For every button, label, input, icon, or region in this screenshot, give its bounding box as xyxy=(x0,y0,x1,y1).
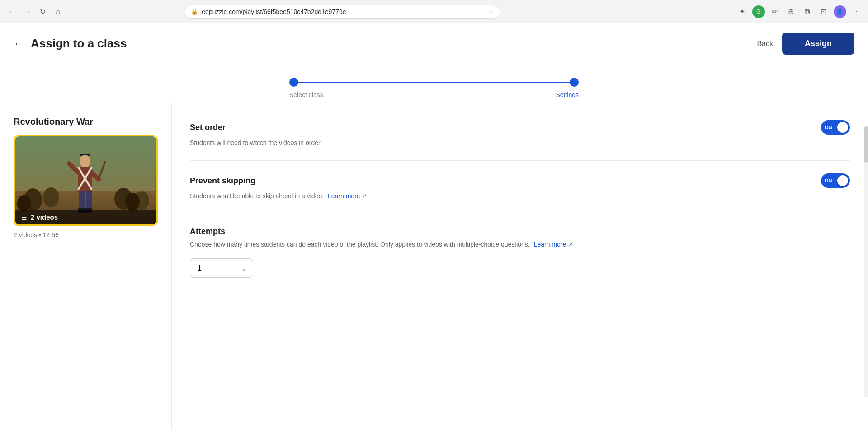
video-count: 2 videos xyxy=(31,213,58,221)
video-thumbnail: ☰ 2 videos xyxy=(15,136,156,224)
prevent-skipping-text: Students won't be able to skip ahead in … xyxy=(190,192,324,200)
browser-actions: ✦ G ✏ ⊕ ⧉ ⊡ 👤 ⋮ xyxy=(736,5,863,18)
page-header: ← Assign to a class Back Assign xyxy=(0,23,868,64)
address-bar[interactable]: 🔒 edpuzzle.com/playlist/66f5bee510c47b2d… xyxy=(184,5,500,19)
attempts-section: Attempts Choose how many times students … xyxy=(190,214,850,290)
prevent-skipping-toggle-label: ON xyxy=(825,178,832,183)
set-order-title: Set order xyxy=(190,123,226,132)
steps-track xyxy=(289,78,579,87)
attempts-learn-more[interactable]: Learn more ↗ xyxy=(534,241,573,248)
extensions-icon[interactable]: ✦ xyxy=(736,5,749,18)
nav-buttons: ← → ↻ ⌂ xyxy=(5,5,64,18)
set-order-toggle-track: ON xyxy=(821,120,850,135)
video-thumbnail-wrapper: ☰ 2 videos xyxy=(14,135,158,226)
set-order-header: Set order ON xyxy=(190,120,850,135)
header-left: ← Assign to a class xyxy=(14,37,127,51)
back-arrow-button[interactable]: ← xyxy=(14,38,24,50)
prevent-skipping-learn-more[interactable]: Learn more ↗ xyxy=(328,192,367,200)
star-icon: ☆ xyxy=(488,8,494,15)
prevent-skipping-toggle-track: ON xyxy=(821,173,850,188)
profile-icon[interactable]: G xyxy=(752,5,765,18)
back-arrow-icon: ← xyxy=(14,38,24,50)
attempts-description: Choose how many times students can do ea… xyxy=(190,240,850,249)
back-nav-icon: ← xyxy=(8,8,15,16)
step-1-label: Select class xyxy=(289,91,323,98)
attempts-title: Attempts xyxy=(190,227,850,236)
set-order-toggle-thumb xyxy=(837,122,848,133)
step-2-dot xyxy=(570,78,579,87)
page-title: Assign to a class xyxy=(31,37,127,51)
scrollbar-track[interactable] xyxy=(864,126,868,397)
set-order-toggle[interactable]: ON xyxy=(821,120,850,135)
svg-point-9 xyxy=(80,155,90,168)
lock-icon: 🔒 xyxy=(191,8,198,15)
left-sidebar: Revolutionary War xyxy=(0,103,172,430)
step-1-dot xyxy=(289,78,298,87)
prevent-skipping-toggle-thumb xyxy=(837,175,848,186)
playlist-meta: 2 videos • 12:56 xyxy=(14,231,158,238)
steps-labels: Select class Settings xyxy=(289,91,579,98)
learn-more-text-1: Learn more xyxy=(328,192,360,200)
svg-point-6 xyxy=(17,195,31,211)
learn-more-text-2: Learn more xyxy=(534,241,566,248)
right-content: Set order ON Students will need to watch… xyxy=(172,103,868,430)
refresh-icon: ↻ xyxy=(40,7,46,16)
back-button[interactable]: Back xyxy=(757,40,773,48)
header-right: Back Assign xyxy=(757,33,854,55)
refresh-button[interactable]: ↻ xyxy=(36,5,49,18)
attempts-dropdown-wrapper: 1 2 3 4 5 Unlimited ⌄ xyxy=(190,258,850,278)
prevent-skipping-header: Prevent skipping ON xyxy=(190,173,850,188)
attempts-select[interactable]: 1 2 3 4 5 Unlimited xyxy=(190,258,253,278)
user-avatar[interactable]: 👤 xyxy=(834,5,846,18)
step-line xyxy=(298,82,570,83)
svg-point-3 xyxy=(43,187,59,207)
cast-icon[interactable]: ⊡ xyxy=(817,5,830,18)
dropdown-container: 1 2 3 4 5 Unlimited ⌄ xyxy=(190,258,253,278)
set-order-section: Set order ON Students will need to watch… xyxy=(190,108,850,161)
learn-more-arrow-2: ↗ xyxy=(568,241,573,248)
prevent-skipping-section: Prevent skipping ON Students won't be ab… xyxy=(190,161,850,214)
set-order-description: Students will need to watch the videos i… xyxy=(190,138,850,148)
playlist-title: Revolutionary War xyxy=(14,117,158,127)
forward-nav-icon: → xyxy=(24,8,31,16)
back-nav-button[interactable]: ← xyxy=(5,5,18,18)
svg-point-7 xyxy=(125,193,140,211)
prevent-skipping-toggle[interactable]: ON xyxy=(821,173,850,188)
url-text: edpuzzle.com/playlist/66f5bee510c47b2dd1… xyxy=(202,8,346,15)
playlist-icon: ☰ xyxy=(21,214,27,221)
menu-icon[interactable]: ⋮ xyxy=(850,5,863,18)
learn-more-arrow-1: ↗ xyxy=(362,192,367,200)
attempts-text: Choose how many times students can do ea… xyxy=(190,241,530,248)
prevent-skipping-title: Prevent skipping xyxy=(190,176,255,186)
scrollbar-thumb[interactable] xyxy=(864,126,868,163)
steps-container: Select class Settings xyxy=(0,64,868,103)
home-icon: ⌂ xyxy=(56,8,60,16)
pen-icon[interactable]: ✏ xyxy=(769,5,781,18)
thumbnail-overlay: ☰ 2 videos xyxy=(15,210,156,224)
step-2-label: Settings xyxy=(556,91,579,98)
prevent-skipping-description: Students won't be able to skip ahead in … xyxy=(190,192,850,201)
main-layout: Revolutionary War xyxy=(0,103,868,430)
forward-nav-button[interactable]: → xyxy=(21,5,33,18)
extensions-menu-icon[interactable]: ⧉ xyxy=(801,5,814,18)
assign-button[interactable]: Assign xyxy=(782,33,854,55)
puzzle-icon[interactable]: ⊕ xyxy=(785,5,797,18)
browser-chrome: ← → ↻ ⌂ 🔒 edpuzzle.com/playlist/66f5bee5… xyxy=(0,0,868,23)
set-order-toggle-label: ON xyxy=(825,125,832,130)
home-button[interactable]: ⌂ xyxy=(52,5,64,18)
